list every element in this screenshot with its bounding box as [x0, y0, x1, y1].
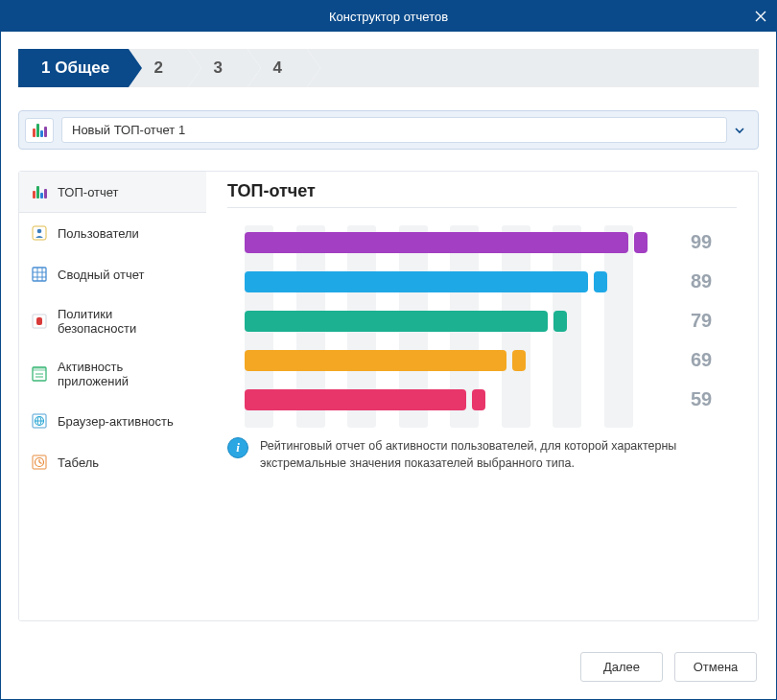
- globe-icon: [31, 412, 48, 430]
- bar-chart-icon: [33, 124, 47, 137]
- sidebar-item-label: ТОП-отчет: [58, 185, 119, 199]
- next-button[interactable]: Далее: [580, 652, 663, 682]
- cancel-button[interactable]: Отмена: [674, 652, 757, 682]
- chart-bar-row: 69: [227, 349, 737, 371]
- description-row: i Рейтинговый отчет об активности пользо…: [227, 437, 737, 472]
- window-title: Конструктор отчетов: [329, 10, 448, 24]
- content-area: 1 Общее 2 3 4: [1, 32, 776, 639]
- sidebar-item-timesheet[interactable]: Табель: [19, 442, 206, 483]
- window-icon: [31, 365, 48, 383]
- sidebar-item-users[interactable]: Пользователи: [19, 213, 206, 254]
- report-type-sidebar: ТОП-отчет Пользователи Сводный отчет: [19, 172, 206, 620]
- sidebar-item-summary[interactable]: Сводный отчет: [19, 254, 206, 295]
- step-1[interactable]: 1 Общее: [18, 49, 129, 87]
- report-dropdown-button[interactable]: [727, 125, 752, 136]
- chart-bar-value: 79: [691, 310, 737, 332]
- chart-bar-value: 99: [691, 231, 737, 253]
- report-select-row: [18, 110, 759, 150]
- chart-bar-row: 79: [227, 310, 737, 332]
- alert-icon: [31, 313, 48, 330]
- step-remainder: [307, 49, 759, 87]
- main-row: ТОП-отчет Пользователи Сводный отчет: [18, 171, 759, 621]
- sidebar-item-label: Политики безопасности: [58, 307, 195, 336]
- description-text: Рейтинговый отчет об активности пользова…: [260, 437, 737, 472]
- sidebar-item-label: Табель: [58, 455, 99, 470]
- sidebar-item-app-activity[interactable]: Активность приложений: [19, 348, 206, 401]
- dialog-window: Конструктор отчетов 1 Общее 2 3 4: [0, 0, 777, 700]
- close-icon[interactable]: [755, 9, 766, 26]
- sidebar-item-browser[interactable]: Браузер-активность: [19, 401, 206, 442]
- clock-icon: [31, 454, 48, 471]
- chart-bar-value: 69: [691, 349, 737, 371]
- dialog-footer: Далее Отмена: [1, 639, 776, 699]
- sidebar-item-label: Сводный отчет: [58, 268, 145, 282]
- chart-bar-row: 99: [227, 231, 737, 253]
- chart-bar-row: 59: [227, 388, 737, 410]
- detail-panel: ТОП-отчет 99: [206, 172, 758, 620]
- svg-point-1: [37, 229, 42, 234]
- svg-rect-2: [33, 268, 46, 281]
- grid-icon: [31, 266, 48, 283]
- sidebar-item-label: Пользователи: [58, 226, 139, 241]
- chart-preview: 99 89 79: [227, 225, 737, 428]
- titlebar: Конструктор отчетов: [1, 1, 776, 32]
- svg-point-9: [38, 317, 40, 319]
- info-icon: i: [227, 437, 248, 458]
- sidebar-item-label: Браузер-активность: [58, 414, 174, 429]
- svg-rect-11: [33, 367, 46, 371]
- chart-bar-value: 59: [691, 388, 737, 410]
- chevron-down-icon: [734, 125, 745, 136]
- chart-bar-row: 89: [227, 270, 737, 292]
- report-type-icon[interactable]: [25, 118, 54, 143]
- sidebar-item-top-report[interactable]: ТОП-отчет: [19, 172, 206, 213]
- sidebar-item-label: Активность приложений: [58, 360, 195, 388]
- chart-bar-value: 89: [691, 270, 737, 292]
- wizard-stepper: 1 Общее 2 3 4: [18, 49, 759, 87]
- sidebar-item-security[interactable]: Политики безопасности: [19, 295, 206, 348]
- user-icon: [31, 224, 48, 242]
- detail-title: ТОП-отчет: [227, 181, 737, 208]
- report-name-input[interactable]: [61, 117, 727, 143]
- bar-chart-icon: [31, 183, 48, 200]
